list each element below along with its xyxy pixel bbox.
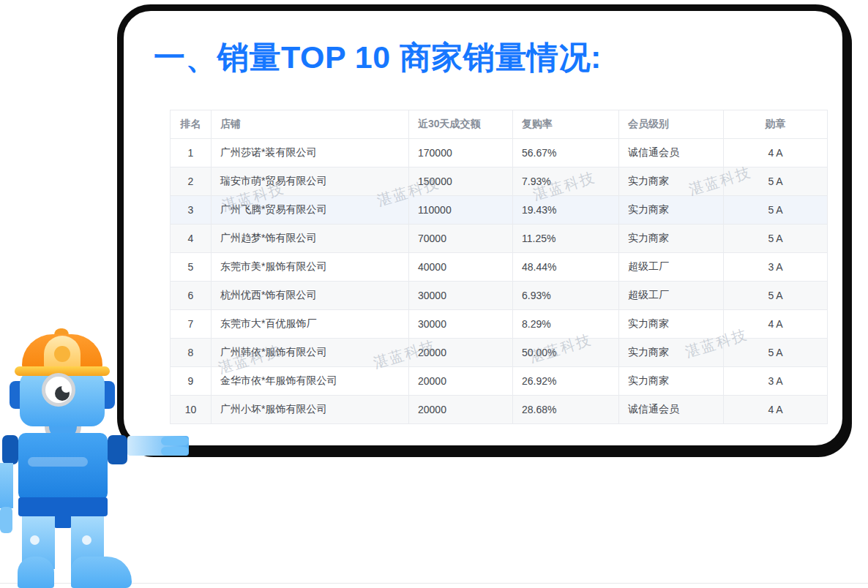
cell-rank: 2 xyxy=(171,167,212,196)
cell-level: 超级工厂 xyxy=(619,253,724,282)
cell-shop: 东莞市美*服饰有限公司 xyxy=(212,253,409,282)
cell-level: 实力商家 xyxy=(619,167,724,196)
robot-knee-right xyxy=(82,535,91,545)
cell-medal: 3 A xyxy=(724,367,828,396)
cell-repurchase: 56.67% xyxy=(513,139,619,167)
cell-rank: 6 xyxy=(171,282,212,310)
cell-medal: 4 A xyxy=(724,310,828,339)
robot-torso xyxy=(18,433,108,500)
table-row[interactable]: 3广州飞腾*贸易有限公司11000019.43%实力商家5 A xyxy=(171,196,828,225)
cell-medal: 3 A xyxy=(724,253,828,282)
cell-gmv: 110000 xyxy=(409,196,513,225)
cell-shop: 广州趋梦*饰有限公司 xyxy=(212,225,409,253)
cell-level: 诚信通会员 xyxy=(619,139,724,167)
table-row[interactable]: 4广州趋梦*饰有限公司7000011.25%实力商家5 A xyxy=(171,225,828,253)
cell-repurchase: 48.44% xyxy=(513,253,619,282)
table-header-row: 排名店铺近30天成交额复购率会员级别勋章 xyxy=(171,110,828,139)
cell-gmv: 150000 xyxy=(409,167,513,196)
cell-medal: 5 A xyxy=(724,282,828,310)
sales-top10-table: 排名店铺近30天成交额复购率会员级别勋章 1广州莎诺*装有限公司17000056… xyxy=(170,110,828,424)
cell-repurchase: 19.43% xyxy=(513,196,619,225)
cell-shop: 广州韩依*服饰有限公司 xyxy=(212,339,409,367)
table-row[interactable]: 9金华市依*年服饰有限公司2000026.92%实力商家3 A xyxy=(171,367,828,396)
cell-gmv: 70000 xyxy=(409,225,513,253)
cell-rank: 1 xyxy=(171,139,212,167)
cell-repurchase: 11.25% xyxy=(513,225,619,253)
column-header-shop: 店铺 xyxy=(212,110,409,139)
robot-finger-bottom xyxy=(161,447,189,456)
robot-pupil-glint xyxy=(61,383,71,393)
robot-ear-left xyxy=(10,381,20,409)
robot-boot-left xyxy=(18,557,54,588)
robot-chest-stripe xyxy=(28,457,88,467)
robot-mascot-icon xyxy=(0,325,195,588)
cell-shop: 广州莎诺*装有限公司 xyxy=(212,139,409,167)
cell-gmv: 30000 xyxy=(409,310,513,339)
cell-medal: 5 A xyxy=(724,225,828,253)
page: 一、销量TOP 10 商家销量情况: 排名店铺近30天成交额复购率会员级别勋章 … xyxy=(0,0,868,588)
robot-knee-left xyxy=(30,535,40,545)
table-row[interactable]: 5东莞市美*服饰有限公司4000048.44%超级工厂3 A xyxy=(171,253,828,282)
cell-rank: 5 xyxy=(171,253,212,282)
robot-hips xyxy=(18,497,108,516)
cell-gmv: 20000 xyxy=(409,367,513,396)
cell-medal: 5 A xyxy=(724,167,828,196)
column-header-gmv: 近30天成交额 xyxy=(409,110,513,139)
cell-repurchase: 6.93% xyxy=(513,282,619,310)
robot-boot-right xyxy=(71,557,132,588)
table-row[interactable]: 6杭州优西*饰有限公司300006.93%超级工厂5 A xyxy=(171,282,828,310)
table-row[interactable]: 8广州韩依*服饰有限公司2000050.00%实力商家5 A xyxy=(171,339,828,367)
column-header-repurchase: 复购率 xyxy=(513,110,619,139)
table-row[interactable]: 2瑞安市萌*贸易有限公司1500007.93%实力商家5 A xyxy=(171,167,828,196)
robot-finger-top xyxy=(161,437,189,445)
robot-ear-right xyxy=(104,381,115,409)
cell-shop: 金华市依*年服饰有限公司 xyxy=(212,367,409,396)
cell-medal: 4 A xyxy=(724,139,828,167)
cell-rank: 4 xyxy=(171,225,212,253)
cell-repurchase: 26.92% xyxy=(513,367,619,396)
column-header-level: 会员级别 xyxy=(619,110,724,139)
robot-hat-dot xyxy=(54,346,70,362)
cell-level: 实力商家 xyxy=(619,310,724,339)
cell-gmv: 40000 xyxy=(409,253,513,282)
cell-repurchase: 28.68% xyxy=(513,396,619,424)
cell-shop: 广州小坏*服饰有限公司 xyxy=(212,396,409,424)
cell-gmv: 20000 xyxy=(409,339,513,367)
cell-level: 实力商家 xyxy=(619,339,724,367)
column-header-medal: 勋章 xyxy=(724,110,828,139)
section-title: 一、销量TOP 10 商家销量情况: xyxy=(154,37,602,79)
cell-repurchase: 50.00% xyxy=(513,339,619,367)
cell-shop: 东莞市大*百优服饰厂 xyxy=(212,310,409,339)
table-row[interactable]: 7东莞市大*百优服饰厂300008.29%实力商家4 A xyxy=(171,310,828,339)
table-row[interactable]: 10广州小坏*服饰有限公司2000028.68%诚信通会员4 A xyxy=(171,396,828,424)
cell-gmv: 30000 xyxy=(409,282,513,310)
robot-shoulder-left xyxy=(2,435,18,464)
robot-arm-left xyxy=(0,463,13,508)
robot-hand-left xyxy=(0,507,12,533)
table-header: 排名店铺近30天成交额复购率会员级别勋章 xyxy=(171,110,828,139)
cell-shop: 杭州优西*饰有限公司 xyxy=(212,282,409,310)
cell-medal: 4 A xyxy=(724,396,828,424)
cell-medal: 5 A xyxy=(724,196,828,225)
table-row[interactable]: 1广州莎诺*装有限公司17000056.67%诚信通会员4 A xyxy=(171,139,828,167)
robot-shoulder-right xyxy=(108,435,127,464)
cell-repurchase: 8.29% xyxy=(513,310,619,339)
cell-repurchase: 7.93% xyxy=(513,167,619,196)
cell-gmv: 20000 xyxy=(409,396,513,424)
cell-rank: 3 xyxy=(171,196,212,225)
cell-level: 诚信通会员 xyxy=(619,396,724,424)
column-header-rank: 排名 xyxy=(171,110,212,139)
robot-hip-center xyxy=(53,515,73,528)
cell-shop: 瑞安市萌*贸易有限公司 xyxy=(212,167,409,196)
cell-medal: 5 A xyxy=(724,339,828,367)
cell-level: 超级工厂 xyxy=(619,282,724,310)
cell-level: 实力商家 xyxy=(619,196,724,225)
cell-level: 实力商家 xyxy=(619,367,724,396)
cell-level: 实力商家 xyxy=(619,225,724,253)
cell-shop: 广州飞腾*贸易有限公司 xyxy=(212,196,409,225)
cell-gmv: 170000 xyxy=(409,139,513,167)
